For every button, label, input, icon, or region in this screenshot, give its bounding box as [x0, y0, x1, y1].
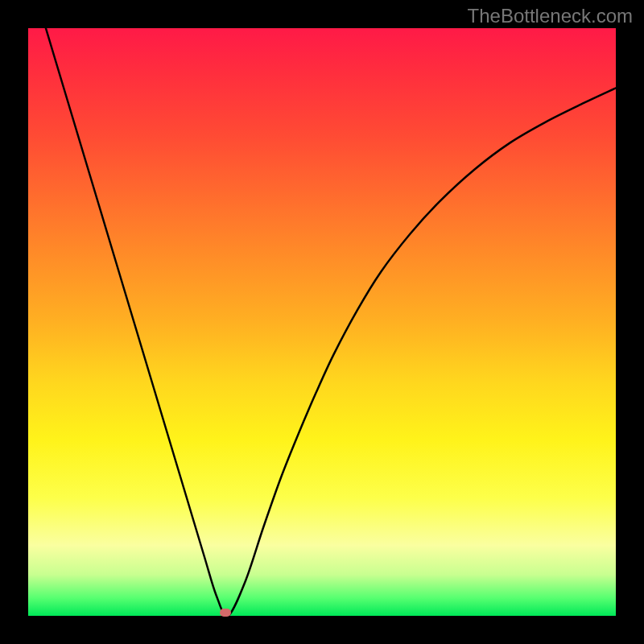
optimum-marker [220, 609, 231, 617]
bottleneck-curve [28, 28, 616, 616]
plot-area [28, 28, 616, 616]
watermark-text: TheBottleneck.com [468, 5, 633, 27]
chart-frame: TheBottleneck.com [0, 0, 644, 644]
